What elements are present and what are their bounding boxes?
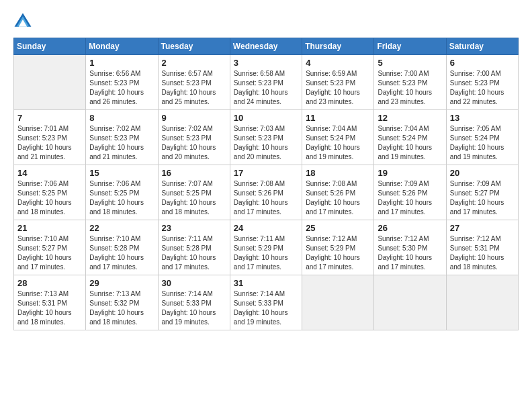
day-number: 8	[89, 113, 154, 123]
day-info: Sunrise: 7:11 AM Sunset: 5:28 PM Dayligh…	[162, 234, 227, 272]
day-info: Sunrise: 6:59 AM Sunset: 5:23 PM Dayligh…	[306, 69, 371, 107]
calendar-cell: 27Sunrise: 7:12 AM Sunset: 5:31 PM Dayli…	[446, 220, 518, 275]
calendar-cell: 17Sunrise: 7:08 AM Sunset: 5:26 PM Dayli…	[230, 165, 302, 220]
calendar-cell	[302, 275, 374, 330]
day-number: 15	[89, 168, 154, 178]
day-info: Sunrise: 7:13 AM Sunset: 5:31 PM Dayligh…	[17, 289, 83, 327]
day-info: Sunrise: 7:11 AM Sunset: 5:29 PM Dayligh…	[234, 234, 299, 272]
weekday-header-thursday: Thursday	[302, 38, 374, 55]
calendar-cell: 21Sunrise: 7:10 AM Sunset: 5:27 PM Dayli…	[14, 220, 86, 275]
header	[13, 12, 519, 31]
calendar-cell: 14Sunrise: 7:06 AM Sunset: 5:25 PM Dayli…	[14, 165, 86, 220]
weekday-header-tuesday: Tuesday	[158, 38, 230, 55]
calendar-cell: 5Sunrise: 7:00 AM Sunset: 5:23 PM Daylig…	[374, 55, 446, 110]
day-number: 2	[162, 58, 227, 68]
day-number: 18	[306, 168, 371, 178]
day-number: 24	[234, 223, 299, 233]
calendar-cell: 9Sunrise: 7:02 AM Sunset: 5:23 PM Daylig…	[158, 110, 230, 165]
week-row-4: 21Sunrise: 7:10 AM Sunset: 5:27 PM Dayli…	[14, 220, 519, 275]
logo-icon	[13, 12, 32, 31]
calendar-cell	[14, 55, 86, 110]
day-number: 23	[162, 223, 227, 233]
calendar-cell: 1Sunrise: 6:56 AM Sunset: 5:23 PM Daylig…	[86, 55, 158, 110]
day-number: 25	[306, 223, 371, 233]
calendar-cell: 8Sunrise: 7:02 AM Sunset: 5:23 PM Daylig…	[86, 110, 158, 165]
day-info: Sunrise: 7:05 AM Sunset: 5:24 PM Dayligh…	[450, 124, 515, 162]
day-info: Sunrise: 7:04 AM Sunset: 5:24 PM Dayligh…	[378, 124, 443, 162]
calendar-cell: 26Sunrise: 7:12 AM Sunset: 5:30 PM Dayli…	[374, 220, 446, 275]
calendar-cell: 30Sunrise: 7:14 AM Sunset: 5:33 PM Dayli…	[158, 275, 230, 330]
calendar-cell: 6Sunrise: 7:00 AM Sunset: 5:23 PM Daylig…	[446, 55, 518, 110]
day-info: Sunrise: 7:09 AM Sunset: 5:27 PM Dayligh…	[450, 179, 515, 217]
day-number: 5	[378, 58, 443, 68]
day-info: Sunrise: 7:00 AM Sunset: 5:23 PM Dayligh…	[450, 69, 515, 107]
day-info: Sunrise: 7:06 AM Sunset: 5:25 PM Dayligh…	[89, 179, 154, 217]
weekday-header-row: SundayMondayTuesdayWednesdayThursdayFrid…	[14, 38, 519, 55]
calendar-cell: 2Sunrise: 6:57 AM Sunset: 5:23 PM Daylig…	[158, 55, 230, 110]
day-number: 7	[17, 113, 83, 123]
day-number: 13	[450, 113, 515, 123]
calendar-cell: 25Sunrise: 7:12 AM Sunset: 5:29 PM Dayli…	[302, 220, 374, 275]
day-number: 4	[306, 58, 371, 68]
weekday-header-saturday: Saturday	[446, 38, 518, 55]
calendar-cell: 31Sunrise: 7:14 AM Sunset: 5:33 PM Dayli…	[230, 275, 302, 330]
day-info: Sunrise: 7:13 AM Sunset: 5:32 PM Dayligh…	[89, 289, 154, 327]
day-number: 28	[17, 278, 83, 288]
day-number: 31	[234, 278, 299, 288]
calendar-cell: 15Sunrise: 7:06 AM Sunset: 5:25 PM Dayli…	[86, 165, 158, 220]
calendar-cell: 19Sunrise: 7:09 AM Sunset: 5:26 PM Dayli…	[374, 165, 446, 220]
day-info: Sunrise: 7:08 AM Sunset: 5:26 PM Dayligh…	[234, 179, 299, 217]
calendar-cell: 7Sunrise: 7:01 AM Sunset: 5:23 PM Daylig…	[14, 110, 86, 165]
weekday-header-wednesday: Wednesday	[230, 38, 302, 55]
week-row-3: 14Sunrise: 7:06 AM Sunset: 5:25 PM Dayli…	[14, 165, 519, 220]
day-number: 17	[234, 168, 299, 178]
calendar-cell: 24Sunrise: 7:11 AM Sunset: 5:29 PM Dayli…	[230, 220, 302, 275]
calendar-cell: 20Sunrise: 7:09 AM Sunset: 5:27 PM Dayli…	[446, 165, 518, 220]
day-number: 19	[378, 168, 443, 178]
day-info: Sunrise: 7:14 AM Sunset: 5:33 PM Dayligh…	[162, 289, 227, 327]
calendar-cell: 16Sunrise: 7:07 AM Sunset: 5:25 PM Dayli…	[158, 165, 230, 220]
day-number: 14	[17, 168, 83, 178]
weekday-header-monday: Monday	[86, 38, 158, 55]
day-info: Sunrise: 7:06 AM Sunset: 5:25 PM Dayligh…	[17, 179, 83, 217]
day-info: Sunrise: 7:02 AM Sunset: 5:23 PM Dayligh…	[162, 124, 227, 162]
calendar-cell: 11Sunrise: 7:04 AM Sunset: 5:24 PM Dayli…	[302, 110, 374, 165]
day-info: Sunrise: 6:58 AM Sunset: 5:23 PM Dayligh…	[234, 69, 299, 107]
day-info: Sunrise: 7:04 AM Sunset: 5:24 PM Dayligh…	[306, 124, 371, 162]
day-info: Sunrise: 6:56 AM Sunset: 5:23 PM Dayligh…	[89, 69, 154, 107]
page-container: SundayMondayTuesdayWednesdayThursdayFrid…	[0, 0, 532, 337]
day-info: Sunrise: 7:02 AM Sunset: 5:23 PM Dayligh…	[89, 124, 154, 162]
weekday-header-sunday: Sunday	[14, 38, 86, 55]
calendar-cell: 13Sunrise: 7:05 AM Sunset: 5:24 PM Dayli…	[446, 110, 518, 165]
day-number: 26	[378, 223, 443, 233]
day-number: 22	[89, 223, 154, 233]
day-number: 21	[17, 223, 83, 233]
day-info: Sunrise: 6:57 AM Sunset: 5:23 PM Dayligh…	[162, 69, 227, 107]
day-info: Sunrise: 7:09 AM Sunset: 5:26 PM Dayligh…	[378, 179, 443, 217]
day-info: Sunrise: 7:07 AM Sunset: 5:25 PM Dayligh…	[162, 179, 227, 217]
day-number: 9	[162, 113, 227, 123]
day-number: 10	[234, 113, 299, 123]
calendar-cell	[446, 275, 518, 330]
week-row-2: 7Sunrise: 7:01 AM Sunset: 5:23 PM Daylig…	[14, 110, 519, 165]
calendar-cell: 23Sunrise: 7:11 AM Sunset: 5:28 PM Dayli…	[158, 220, 230, 275]
calendar-table: SundayMondayTuesdayWednesdayThursdayFrid…	[13, 38, 519, 330]
day-number: 3	[234, 58, 299, 68]
calendar-cell: 18Sunrise: 7:08 AM Sunset: 5:26 PM Dayli…	[302, 165, 374, 220]
calendar-cell: 29Sunrise: 7:13 AM Sunset: 5:32 PM Dayli…	[86, 275, 158, 330]
calendar-cell	[374, 275, 446, 330]
day-info: Sunrise: 7:12 AM Sunset: 5:30 PM Dayligh…	[378, 234, 443, 272]
day-number: 12	[378, 113, 443, 123]
day-info: Sunrise: 7:12 AM Sunset: 5:31 PM Dayligh…	[450, 234, 515, 272]
day-number: 30	[162, 278, 227, 288]
day-number: 11	[306, 113, 371, 123]
day-info: Sunrise: 7:10 AM Sunset: 5:27 PM Dayligh…	[17, 234, 83, 272]
calendar-cell: 22Sunrise: 7:10 AM Sunset: 5:28 PM Dayli…	[86, 220, 158, 275]
day-info: Sunrise: 7:01 AM Sunset: 5:23 PM Dayligh…	[17, 124, 83, 162]
day-info: Sunrise: 7:10 AM Sunset: 5:28 PM Dayligh…	[89, 234, 154, 272]
day-number: 27	[450, 223, 515, 233]
weekday-header-friday: Friday	[374, 38, 446, 55]
calendar-cell: 12Sunrise: 7:04 AM Sunset: 5:24 PM Dayli…	[374, 110, 446, 165]
week-row-5: 28Sunrise: 7:13 AM Sunset: 5:31 PM Dayli…	[14, 275, 519, 330]
day-info: Sunrise: 7:03 AM Sunset: 5:23 PM Dayligh…	[234, 124, 299, 162]
